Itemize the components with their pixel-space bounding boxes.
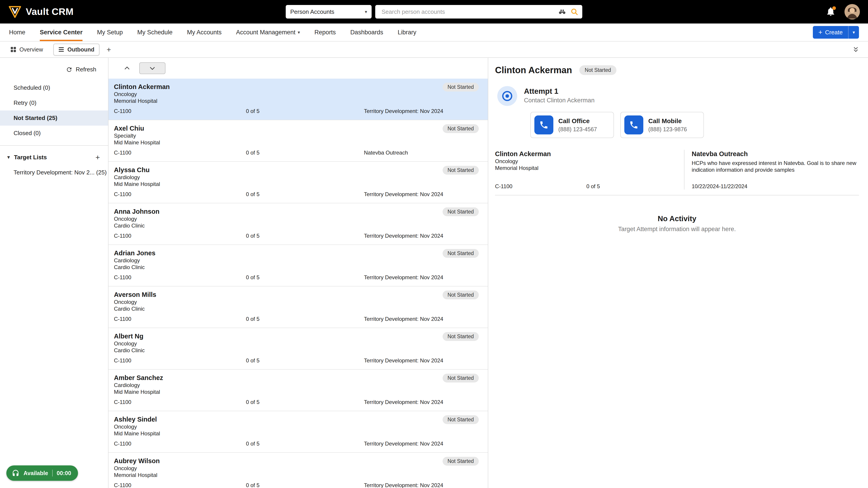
detail-panel: Clinton Ackerman Not Started Attempt 1 C… bbox=[488, 58, 868, 488]
person-specialty: Oncology bbox=[114, 465, 480, 472]
list-item[interactable]: Aubrey Wilson Oncology Memorial Hospital… bbox=[108, 453, 488, 488]
attempt-subtitle: Contact Clinton Ackerman bbox=[524, 97, 594, 104]
person-code: C-1100 bbox=[114, 233, 246, 239]
nav-item-dashboards[interactable]: Dashboards bbox=[350, 24, 383, 41]
availability-timer: 00:00 bbox=[57, 470, 71, 477]
account-name: Clinton Ackerman bbox=[495, 150, 675, 158]
person-target-list: Territory Development: Nov 2024 bbox=[364, 108, 443, 114]
double-chevron-icon[interactable] bbox=[852, 46, 863, 53]
account-campaign-section: Clinton Ackerman Oncology Memorial Hospi… bbox=[495, 150, 859, 195]
person-meta: C-1100 0 of 5 Natevba Outreach bbox=[114, 150, 480, 156]
sidebar-item-not-started[interactable]: Not Started (25) bbox=[0, 110, 108, 126]
refresh-button[interactable]: Refresh bbox=[0, 61, 108, 80]
list-item[interactable]: Ashley Sindel Oncology Mid Maine Hospita… bbox=[108, 411, 488, 453]
list-item[interactable]: Anna Johnson Oncology Cardio Clinic C-11… bbox=[108, 203, 488, 245]
next-button[interactable] bbox=[139, 62, 165, 74]
person-code: C-1100 bbox=[114, 399, 246, 405]
nav-item-service-center[interactable]: Service Center bbox=[40, 24, 83, 41]
list-item[interactable]: Adrian Jones Cardiology Cardio Clinic C-… bbox=[108, 245, 488, 287]
nav-item-my-accounts[interactable]: My Accounts bbox=[187, 24, 221, 41]
account-specialty: Oncology bbox=[495, 158, 675, 165]
divider bbox=[52, 470, 53, 477]
phone-icon bbox=[534, 116, 553, 134]
list-item[interactable]: Albert Ng Oncology Cardio Clinic C-1100 … bbox=[108, 328, 488, 369]
sidebar-item-territory-development[interactable]: Territory Development: Nov 2... (25) bbox=[0, 164, 108, 181]
list-item[interactable]: Averson Mills Oncology Cardio Clinic C-1… bbox=[108, 287, 488, 328]
grid-icon bbox=[10, 46, 16, 53]
search-bar bbox=[375, 5, 582, 19]
person-progress: 0 of 5 bbox=[246, 150, 364, 156]
person-progress: 0 of 5 bbox=[246, 482, 364, 488]
account-progress: 0 of 5 bbox=[586, 183, 600, 190]
previous-button[interactable] bbox=[120, 62, 134, 74]
nav-item-my-setup[interactable]: My Setup bbox=[97, 24, 123, 41]
person-target-list: Territory Development: Nov 2024 bbox=[364, 274, 443, 281]
create-button[interactable]: + Create bbox=[813, 26, 848, 39]
nav-item-library[interactable]: Library bbox=[398, 24, 416, 41]
nav-item-home[interactable]: Home bbox=[9, 24, 25, 41]
person-hospital: Cardio Clinic bbox=[114, 264, 480, 271]
nav-item-account-management[interactable]: Account Management ▾ bbox=[236, 24, 300, 41]
person-specialty: Oncology bbox=[114, 340, 480, 347]
person-code: C-1100 bbox=[114, 108, 246, 114]
list-item[interactable]: Amber Sanchez Cardiology Mid Maine Hospi… bbox=[108, 369, 488, 411]
list-item[interactable]: Clinton Ackerman Oncology Memorial Hospi… bbox=[108, 78, 488, 120]
tab-outbound[interactable]: Outbound bbox=[53, 43, 99, 56]
add-tab-button[interactable]: + bbox=[105, 45, 113, 54]
person-name: Axel Chiu bbox=[114, 124, 480, 132]
sidebar-item-closed[interactable]: Closed (0) bbox=[0, 126, 108, 141]
phone-icon bbox=[624, 116, 643, 134]
nav-item-my-schedule[interactable]: My Schedule bbox=[137, 24, 173, 41]
person-code: C-1100 bbox=[114, 357, 246, 364]
person-specialty: Cardiology bbox=[114, 257, 480, 264]
person-name: Amber Sanchez bbox=[114, 374, 480, 382]
page-title: Clinton Ackerman bbox=[495, 65, 572, 75]
notifications-button[interactable] bbox=[826, 6, 836, 17]
person-hospital: Mid Maine Hospital bbox=[114, 181, 480, 188]
person-specialty: Oncology bbox=[114, 423, 480, 430]
campaign-description: HCPs who have expressed interest in Nate… bbox=[692, 160, 859, 173]
person-code: C-1100 bbox=[114, 316, 246, 322]
create-split-button: + Create ▾ bbox=[813, 26, 859, 39]
person-name: Anna Johnson bbox=[114, 207, 480, 216]
person-target-list: Territory Development: Nov 2024 bbox=[364, 482, 443, 488]
search-icon[interactable] bbox=[570, 7, 579, 16]
list-controls bbox=[108, 58, 488, 78]
avatar[interactable] bbox=[844, 4, 860, 20]
call-office-button[interactable]: Call Office (888) 123-4567 bbox=[530, 112, 614, 138]
chevron-down-icon: ▾ bbox=[852, 30, 855, 35]
campaign-summary: Natevba Outreach HCPs who have expressed… bbox=[684, 150, 859, 190]
person-target-list: Territory Development: Nov 2024 bbox=[364, 441, 443, 447]
nav-item-reports[interactable]: Reports bbox=[314, 24, 336, 41]
person-code: C-1100 bbox=[114, 150, 246, 156]
person-code: C-1100 bbox=[114, 191, 246, 197]
target-lists-header[interactable]: ▼ Target Lists + bbox=[0, 150, 108, 164]
notification-dot bbox=[832, 6, 836, 10]
person-name: Aubrey Wilson bbox=[114, 457, 480, 465]
list-item[interactable]: Axel Chiu Specialty Mid Maine Hospital C… bbox=[108, 120, 488, 162]
person-progress: 0 of 5 bbox=[246, 316, 364, 322]
sidebar-item-retry[interactable]: Retry (0) bbox=[0, 95, 108, 110]
scope-select[interactable]: Person Accounts ▾ bbox=[286, 5, 372, 19]
status-badge: Not Started bbox=[442, 124, 479, 133]
binoculars-icon[interactable] bbox=[558, 7, 566, 16]
person-progress: 0 of 5 bbox=[246, 357, 364, 364]
search-input[interactable] bbox=[381, 8, 554, 16]
person-specialty: Cardiology bbox=[114, 174, 480, 181]
person-meta: C-1100 0 of 5 Territory Development: Nov… bbox=[114, 482, 480, 488]
person-progress: 0 of 5 bbox=[246, 441, 364, 447]
person-progress: 0 of 5 bbox=[246, 399, 364, 405]
person-code: C-1100 bbox=[114, 482, 246, 488]
tab-overview[interactable]: Overview bbox=[5, 43, 48, 56]
create-caret-button[interactable]: ▾ bbox=[848, 26, 859, 39]
availability-pill[interactable]: Available 00:00 bbox=[6, 465, 78, 481]
add-target-list-button[interactable]: + bbox=[95, 153, 100, 162]
call-mobile-button[interactable]: Call Mobile (888) 123-9876 bbox=[620, 112, 704, 138]
person-target-list: Territory Development: Nov 2024 bbox=[364, 191, 443, 197]
person-meta: C-1100 0 of 5 Territory Development: Nov… bbox=[114, 399, 480, 405]
no-activity-subtitle: Target Attempt information will appear h… bbox=[495, 226, 859, 233]
person-specialty: Specialty bbox=[114, 132, 480, 139]
person-target-list: Territory Development: Nov 2024 bbox=[364, 233, 443, 239]
sidebar-item-scheduled[interactable]: Scheduled (0) bbox=[0, 80, 108, 95]
list-item[interactable]: Alyssa Chu Cardiology Mid Maine Hospital… bbox=[108, 162, 488, 203]
